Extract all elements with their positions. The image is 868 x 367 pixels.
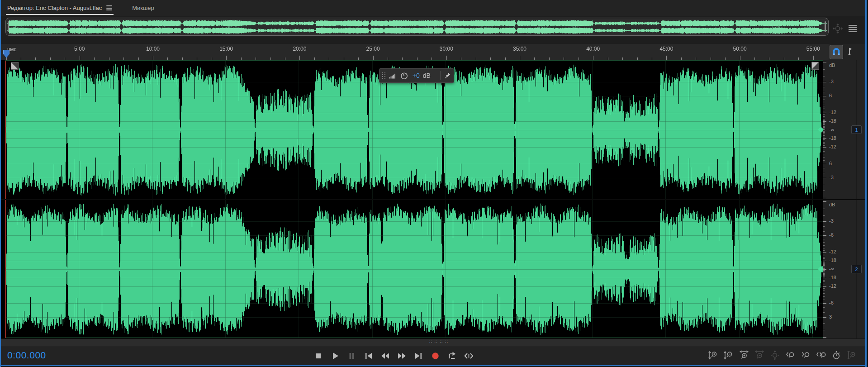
focus-border-right [865,0,867,367]
zoom-toolbar [708,350,857,361]
record-button[interactable] [428,349,442,362]
loop-playback-button[interactable] [445,349,459,362]
overview-row [1,16,865,44]
transport-controls [311,349,475,362]
zoom-in-amplitude-button[interactable] [708,350,719,361]
marker-flag-icon[interactable] [844,46,855,57]
panel-resize-grip[interactable]: ∶∶ ∶∶ ∶∶ ∶∶ [425,339,452,344]
ruler-time-label: 50:00 [733,46,747,52]
db-label: -12 [829,283,836,289]
db-label: -3 [829,218,834,224]
focus-border-left [0,0,1,367]
overview-navigator[interactable] [5,18,829,36]
waveform-top-border [5,60,823,61]
panel-tab-bar: Редактор: Eric Clapton - August.flac Мик… [1,0,865,16]
db-header: dB [829,62,835,68]
tab-mixer-label: Микшер [132,5,154,11]
overview-right-handle[interactable] [825,21,826,32]
hud-gain-panel[interactable]: +0 dB [379,68,454,83]
hud-separator [440,71,441,80]
db-label: -18 [829,118,836,124]
ruler-time-label: 30:00 [440,46,453,52]
skip-to-start-button[interactable] [361,349,375,362]
db-label: -3 [829,175,834,180]
ruler-time-label: 15:00 [219,46,233,52]
db-label: -18 [829,257,836,263]
hud-gain-unit: dB [423,72,431,79]
zoom-out-full-icon[interactable] [832,23,844,34]
panel-list-menu-icon[interactable] [847,23,858,34]
skip-selection-button[interactable] [462,349,475,362]
rewind-button[interactable] [378,349,392,362]
db-label: -12 [829,144,836,149]
stopwatch-button[interactable] [831,350,842,361]
tab-editor-label: Редактор: Eric Clapton - August.flac [7,5,102,11]
db-label: -6 [829,300,834,305]
fast-forward-button[interactable] [395,349,408,362]
hud-drag-grip[interactable] [382,72,386,79]
hud-gain-value[interactable]: +0 [413,72,420,79]
db-label: 6 [829,93,832,98]
waveform-bottom-border [5,337,823,338]
db-label: -6 [829,232,834,238]
stop-button[interactable] [311,349,325,362]
level-bars-icon [389,71,396,80]
db-label: -18 [829,135,836,141]
zoom-to-in-point-button[interactable] [785,350,796,361]
audition-editor-window: Редактор: Eric Clapton - August.flac Мик… [0,0,868,367]
snapping-toggle-button[interactable] [830,45,843,59]
focus-border-bottom [0,365,867,366]
panel-resize-row[interactable]: ∶∶ ∶∶ ∶∶ ∶∶ [1,338,865,346]
zoom-out-time-button[interactable] [754,350,765,361]
status-bar: 0:00.000 [1,346,865,365]
channel-1-badge[interactable]: 1 [851,125,862,134]
active-tab-underline [6,14,114,15]
ruler-labels: 5:0010:0015:0020:0025:0030:0035:0040:004… [1,44,829,60]
corner-grip-left-icon[interactable] [11,62,19,70]
ruler-time-label: 25:00 [366,46,380,52]
db-label: -18 [829,275,836,280]
zoom-reset-amplitude-button[interactable] [846,350,857,361]
ruler-time-label: 45:00 [659,46,673,52]
db-label: 6 [829,161,832,166]
tab-mixer[interactable]: Микшер [126,0,161,16]
overview-left-handle[interactable] [8,21,9,32]
tab-editor[interactable]: Редактор: Eric Clapton - August.flac [1,0,119,16]
ruler-time-label: 20:00 [293,46,306,52]
ruler-time-label: 10:00 [146,46,160,52]
zoom-out-full-button[interactable] [769,350,780,361]
gain-knob-icon[interactable] [399,70,409,81]
snapping-magnet-icon [831,47,842,57]
db-label: -∞ [829,266,835,272]
play-button[interactable] [328,349,342,362]
zoom-out-amplitude-button[interactable] [723,350,734,361]
pause-button[interactable] [345,349,358,362]
zoom-to-selection-button[interactable] [816,350,826,361]
hud-pin-icon[interactable] [444,71,451,80]
corner-grip-right-icon[interactable] [811,62,819,70]
db-label: 3 [829,314,832,319]
ruler-right-tools [829,44,865,61]
zoom-in-time-button[interactable] [739,350,749,361]
ruler-time-label: 35:00 [513,46,526,52]
ruler-time-label: 40:00 [586,46,600,52]
db-header: dB [829,202,835,207]
ruler-time-label: 5:00 [74,46,85,52]
channel-divider[interactable] [1,199,865,200]
channel-2-badge[interactable]: 2 [851,265,862,273]
db-label: -12 [829,110,836,115]
db-label: -3 [829,79,834,84]
overview-waveform[interactable] [7,19,827,34]
skip-to-end-button[interactable] [412,349,425,362]
timeline-ruler[interactable]: чмс 5:0010:0015:0020:0025:0030:0035:0040… [1,44,829,61]
db-label: -∞ [829,127,835,132]
db-label: -12 [829,249,836,254]
zoom-to-out-point-button[interactable] [800,350,811,361]
ruler-time-label: 55:00 [806,46,820,52]
panel-menu-icon[interactable] [106,5,112,10]
time-display[interactable]: 0:00.000 [7,350,46,361]
